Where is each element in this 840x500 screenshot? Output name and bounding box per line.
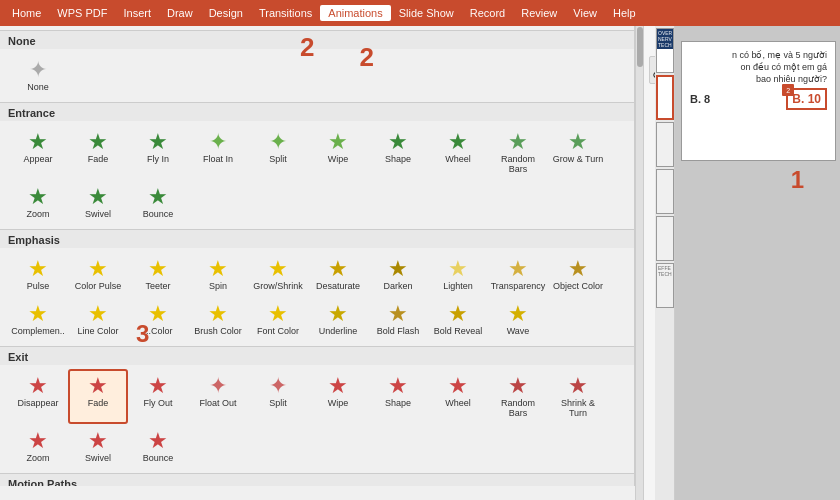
slide-thumb-1[interactable]: OVERNERVTECH	[656, 28, 674, 73]
slide-thumb-4[interactable]	[656, 169, 674, 214]
anim-zoom[interactable]: ★Zoom	[8, 180, 68, 225]
anim-pulse[interactable]: ★Pulse	[8, 252, 68, 297]
anim-fade-exit[interactable]: ★Fade	[68, 369, 128, 424]
anim-shape[interactable]: ★Shape	[368, 125, 428, 180]
anim-split[interactable]: ✦Split	[248, 125, 308, 180]
anim-fly-out[interactable]: ★Fly Out	[128, 369, 188, 424]
anim-random-bars[interactable]: ★Random Bars	[488, 125, 548, 180]
anim-zoom-exit[interactable]: ★Zoom	[8, 424, 68, 469]
anim-desaturate[interactable]: ★Desaturate	[308, 252, 368, 297]
exit-grid: ★Disappear ★Fade ★Fly Out ✦Float Out ✦Sp…	[0, 365, 634, 473]
anim-fill-color[interactable]: ★...Color	[128, 297, 188, 342]
slide-thumb-5[interactable]	[656, 216, 674, 261]
annotation-1: 1	[791, 166, 804, 194]
badge-2: 2	[782, 84, 794, 96]
slide-content: n có bố, mẹ và 5 người on đều có một em …	[681, 41, 836, 161]
slide-text-1: n có bố, mẹ và 5 người	[690, 50, 827, 60]
none-grid: ✦ None	[0, 49, 634, 102]
anim-float-out[interactable]: ✦Float Out	[188, 369, 248, 424]
anim-line-color[interactable]: ★Line Color	[68, 297, 128, 342]
anim-object-color[interactable]: ★Object Color	[548, 252, 608, 297]
anim-wheel-exit[interactable]: ★Wheel	[428, 369, 488, 424]
slide-thumb-2[interactable]	[656, 75, 674, 120]
anim-shape-exit[interactable]: ★Shape	[368, 369, 428, 424]
section-none: None	[0, 30, 634, 49]
anim-grow-turn[interactable]: ★Grow & Turn	[548, 125, 608, 180]
anim-bold-flash[interactable]: ★Bold Flash	[368, 297, 428, 342]
anim-brush-color[interactable]: ★Brush Color	[188, 297, 248, 342]
anim-none[interactable]: ✦ None	[8, 53, 68, 98]
anim-swivel-exit[interactable]: ★Swivel	[68, 424, 128, 469]
anim-underline[interactable]: ★Underline	[308, 297, 368, 342]
anim-disappear[interactable]: ★Disappear	[8, 369, 68, 424]
slide-panel: OVERNERVTECH EFFETECH n có bố, mẹ và 5 n…	[655, 26, 840, 500]
answer-b8: B. 8	[690, 93, 710, 105]
annotation-2: 2	[360, 42, 374, 73]
menu-design[interactable]: Design	[201, 5, 251, 21]
menu-review[interactable]: Review	[513, 5, 565, 21]
section-motion-paths: Motion Paths	[0, 473, 634, 486]
anim-font-color[interactable]: ★Font Color	[248, 297, 308, 342]
anim-teeter[interactable]: ★Teeter	[128, 252, 188, 297]
slide-thumb-6[interactable]: EFFETECH	[656, 263, 674, 308]
anim-grow-shrink[interactable]: ★Grow/Shrink	[248, 252, 308, 297]
scrollbar[interactable]	[635, 26, 643, 500]
menu-transitions[interactable]: Transitions	[251, 5, 320, 21]
anim-transparency[interactable]: ★Transparency	[488, 252, 548, 297]
anim-wipe-exit[interactable]: ★Wipe	[308, 369, 368, 424]
slide-text-3: bao nhiêu người?	[690, 74, 827, 84]
anim-bounce[interactable]: ★Bounce	[128, 180, 188, 225]
anim-fade[interactable]: ★Fade	[68, 125, 128, 180]
anim-spin[interactable]: ★Spin	[188, 252, 248, 297]
anim-appear[interactable]: ★Appear	[8, 125, 68, 180]
none-icon: ✦	[29, 59, 47, 81]
slide-text-2: on đều có một em gá	[690, 62, 827, 72]
entrance-grid: ★Appear ★Fade ★Fly In ✦Float In ✦Split ★…	[0, 121, 634, 229]
slide-thumb-3[interactable]	[656, 122, 674, 167]
answer-b10-container: 2 B. 10	[786, 92, 827, 106]
section-entrance: Entrance	[0, 102, 634, 121]
anim-float-in[interactable]: ✦Float In	[188, 125, 248, 180]
section-exit: Exit	[0, 346, 634, 365]
anim-split-exit[interactable]: ✦Split	[248, 369, 308, 424]
menu-help[interactable]: Help	[605, 5, 644, 21]
menu-view[interactable]: View	[565, 5, 605, 21]
menu-slideshow[interactable]: Slide Show	[391, 5, 462, 21]
anim-wave[interactable]: ★Wave	[488, 297, 548, 342]
anim-wipe[interactable]: ★Wipe	[308, 125, 368, 180]
anim-complement[interactable]: ★Complemen..	[8, 297, 68, 342]
animation-panel: None ✦ None 2 Entrance ★Appear ★Fade ★Fl…	[0, 26, 635, 486]
anim-darken[interactable]: ★Darken	[368, 252, 428, 297]
menu-wps-pdf[interactable]: WPS PDF	[49, 5, 115, 21]
anim-random-bars-exit[interactable]: ★Random Bars	[488, 369, 548, 424]
menu-home[interactable]: Home	[4, 5, 49, 21]
anim-lighten[interactable]: ★Lighten	[428, 252, 488, 297]
menu-draw[interactable]: Draw	[159, 5, 201, 21]
anim-bold-reveal[interactable]: ★Bold Reveal	[428, 297, 488, 342]
anim-shrink-turn[interactable]: ★Shrink & Turn	[548, 369, 608, 424]
menubar: Home WPS PDF Insert Draw Design Transiti…	[0, 0, 840, 26]
menu-insert[interactable]: Insert	[115, 5, 159, 21]
menu-animations[interactable]: Animations	[320, 5, 390, 21]
anim-fly-in[interactable]: ★Fly In	[128, 125, 188, 180]
section-emphasis: Emphasis	[0, 229, 634, 248]
anim-wheel[interactable]: ★Wheel	[428, 125, 488, 180]
anim-color-pulse[interactable]: ★Color Pulse	[68, 252, 128, 297]
emphasis-grid: ★Pulse ★Color Pulse ★Teeter ★Spin ★Grow/…	[0, 248, 634, 346]
menu-record[interactable]: Record	[462, 5, 513, 21]
anim-swivel[interactable]: ★Swivel	[68, 180, 128, 225]
none-label: None	[27, 82, 49, 92]
anim-bounce-exit[interactable]: ★Bounce	[128, 424, 188, 469]
